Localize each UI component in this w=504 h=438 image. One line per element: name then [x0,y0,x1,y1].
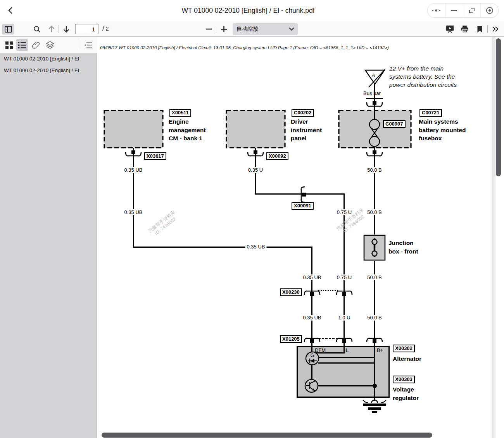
busbar-triangle-symbol: A [363,69,387,88]
target-button[interactable] [480,3,498,17]
thumbnails-icon [5,41,13,49]
window-controls [427,3,499,18]
app-window: WT 01000 02-2010 [English] / El - chunk.… [0,0,504,438]
page-total-label: / 2 [102,25,109,32]
find-button[interactable] [31,24,43,34]
horizontal-scrollbar-thumb[interactable] [102,433,432,438]
connector-symbol [304,288,321,298]
sidebar-separator [80,40,80,49]
sidebar-toggle-button[interactable] [2,24,14,34]
power-note: 12 V+ from the main systems battery. See… [389,64,457,89]
outline-item[interactable]: WT 01000 02-2010 [English] / El [0,65,97,76]
page-up-button[interactable] [46,24,57,34]
fuse-symbol [364,110,385,148]
arrow-down-icon [63,25,70,33]
thumbnails-view-button[interactable] [3,39,15,51]
junction-box [363,235,386,261]
pdf-page: 09/05/17 WT 01000 02-2010 [English] / El… [97,37,504,438]
more-tools-button[interactable] [490,24,501,34]
outline-list: WT 01000 02-2010 [English] / El WT 01000… [0,53,97,76]
component-code: C00721 [419,109,442,117]
document-title: WT 01000 02-2010 [English] / El - chunk.… [78,0,419,21]
connector-code: X01205 [280,335,302,343]
wire-label: 0.75 U [335,274,353,280]
connector-bar [366,98,383,99]
presentation-mode-button[interactable] [444,24,456,34]
vertical-scrollbar-thumb[interactable] [496,38,501,176]
page-number-input[interactable] [75,24,98,34]
component-code: X00511 [169,109,191,117]
plus-icon [221,26,227,32]
connector-link [318,290,338,291]
connector-symbol [366,100,383,110]
wire [318,385,375,386]
connector-link [318,338,338,339]
current-outline-item-button[interactable] [82,39,94,51]
sidebar-view-switcher [0,37,97,53]
component-name: Junction box - front [388,239,418,255]
bookmark-icon [477,26,483,33]
pin-label: L [346,347,349,353]
busbar-label: Bus bar [363,90,381,96]
zoom-in-button[interactable] [218,24,230,34]
more-options-button[interactable] [428,3,445,17]
arrow-up-icon [48,25,55,33]
page-header-line: 09/05/17 WT 01000 02-2010 [English] / El… [100,45,389,50]
toolbar-separator [216,25,216,33]
component-code: X00303 [393,376,415,383]
wire [343,193,345,346]
restore-button[interactable] [463,3,481,17]
svg-text:G: G [311,353,314,358]
minus-icon [206,28,212,30]
toolbar-separator [59,25,59,33]
layers-icon [46,41,54,49]
outline-icon [18,42,26,48]
outline-view-button[interactable] [16,39,28,51]
connector-symbol [366,149,383,159]
presentation-icon [446,25,454,33]
connector-symbol [336,288,353,298]
record-circle-icon [486,7,494,14]
wire-label: 0.75 U [335,209,353,215]
wire [311,365,312,379]
sidebar: WT 01000 02-2010 [English] / El WT 01000… [0,37,97,438]
outline-item[interactable]: WT 01000 02-2010 [English] / El [0,53,97,65]
generator-symbol: G [305,351,319,366]
wire-label: 1.0 U [337,315,352,321]
back-button[interactable] [5,5,16,16]
zoom-out-button[interactable] [203,24,215,34]
instrument-panel-box [226,110,286,148]
layers-view-button[interactable] [44,39,56,51]
ellipsis-icon [431,9,441,12]
page-edge [492,37,495,438]
component-name: Driver instrument panel [291,117,322,143]
pin-label: B+ [377,347,383,353]
print-button[interactable] [459,24,471,34]
wire-label: 50.0 B [366,167,383,173]
connector-code: X00092 [266,152,288,160]
sidebar-icon [5,26,12,33]
component-name: Alternator [393,355,421,363]
fuse-code: C00907 [383,120,406,128]
wire-label: 0.35 UB [245,244,267,250]
attachments-view-button[interactable] [30,39,42,51]
toolbar-separator [487,25,488,33]
connector-code: X00230 [280,288,302,296]
zoom-mode-dropdown[interactable]: 自动缩放 [233,23,298,35]
wire [374,148,375,235]
wire-label: 0.35 UB [123,209,144,215]
component-code: X00302 [393,345,415,352]
busbar-symbol-letter: A [371,72,375,78]
connector-symbol [336,336,353,346]
watermark: 汽修帮手资料库ID: 7496002 [142,205,185,243]
wire [374,346,375,398]
component-name: Voltage regulator [393,385,419,402]
wire-label: 0.35 UB [123,167,144,173]
page-down-button[interactable] [60,24,72,34]
transistor-symbol [304,379,319,393]
search-icon [33,26,41,33]
bookmark-button[interactable] [474,24,485,34]
connector-symbol [299,186,310,203]
restore-icon [468,7,475,14]
minimize-button[interactable] [445,3,463,17]
